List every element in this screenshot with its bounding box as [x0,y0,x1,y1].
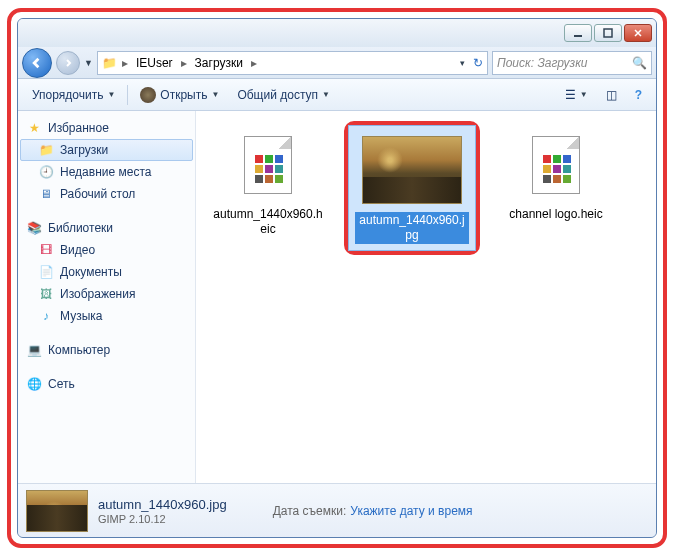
close-button[interactable] [624,24,652,42]
file-item-heic[interactable]: channel logo.heic [492,121,620,255]
documents-label: Документы [60,265,122,279]
folder-icon: 📁 [38,142,54,158]
view-options-button[interactable]: ☰▼ [557,84,596,106]
sidebar-item-network[interactable]: 🌐Сеть [20,373,193,395]
breadcrumb-user[interactable]: IEUser [132,54,177,72]
share-button[interactable]: Общий доступ▼ [229,84,338,106]
desktop-label: Рабочий стол [60,187,135,201]
open-button[interactable]: Открыть▼ [132,83,227,107]
details-filename: autumn_1440x960.jpg [98,497,227,512]
details-pane: autumn_1440x960.jpg GIMP 2.10.12 Дата съ… [18,483,656,537]
organize-button[interactable]: Упорядочить▼ [24,84,123,106]
address-bar[interactable]: 📁 ▸ IEUser ▸ Загрузки ▸ ▾ ↻ [97,51,488,75]
svg-rect-0 [574,35,582,37]
sidebar-item-videos[interactable]: 🎞Видео [20,239,193,261]
chevron-right-icon: ▸ [181,56,187,70]
sidebar-item-computer[interactable]: 💻Компьютер [20,339,193,361]
downloads-label: Загрузки [60,143,108,157]
file-list[interactable]: autumn_1440x960.heic autumn_1440x960.jpg… [196,111,656,483]
chevron-right-icon: ▸ [122,56,128,70]
share-label: Общий доступ [237,88,318,102]
chevron-down-icon: ▼ [107,90,115,99]
highlighted-selection: autumn_1440x960.jpg [344,121,480,255]
desktop-icon: 🖥 [38,186,54,202]
chevron-down-icon: ▼ [580,90,588,99]
folder-icon: 📁 [102,55,118,71]
maximize-button[interactable] [594,24,622,42]
sidebar-item-documents[interactable]: 📄Документы [20,261,193,283]
file-item-heic[interactable]: autumn_1440x960.heic [204,121,332,255]
sidebar-item-pictures[interactable]: 🖼Изображения [20,283,193,305]
search-placeholder: Поиск: Загрузки [497,56,628,70]
heic-file-icon [532,136,580,194]
details-app: GIMP 2.10.12 [98,513,227,525]
network-label: Сеть [48,377,75,391]
titlebar [18,19,656,47]
organize-label: Упорядочить [32,88,103,102]
file-label: channel logo.heic [509,207,602,222]
music-label: Музыка [60,309,102,323]
jpg-thumbnail [362,136,462,204]
computer-label: Компьютер [48,343,110,357]
favorites-label: Избранное [48,121,109,135]
forward-button[interactable] [56,51,80,75]
gimp-icon [140,87,156,103]
content-area: ★Избранное 📁Загрузки 🕘Недавние места 🖥Ра… [18,111,656,483]
sidebar-item-music[interactable]: ♪Музыка [20,305,193,327]
address-dropdown-icon[interactable]: ▾ [460,58,465,68]
chevron-right-icon: ▸ [251,56,257,70]
svg-rect-1 [604,29,612,37]
toolbar: Упорядочить▼ Открыть▼ Общий доступ▼ ☰▼ ◫… [18,79,656,111]
sidebar-item-desktop[interactable]: 🖥Рабочий стол [20,183,193,205]
navigation-pane: ★Избранное 📁Загрузки 🕘Недавние места 🖥Ра… [18,111,196,483]
back-button[interactable] [22,48,52,78]
date-taken-hint[interactable]: Укажите дату и время [350,504,472,518]
image-icon: 🖼 [38,286,54,302]
chevron-down-icon: ▼ [211,90,219,99]
pictures-label: Изображения [60,287,135,301]
star-icon: ★ [26,120,42,136]
sidebar-item-recent[interactable]: 🕘Недавние места [20,161,193,183]
video-icon: 🎞 [38,242,54,258]
heic-file-icon [244,136,292,194]
refresh-icon[interactable]: ↻ [473,56,483,70]
pane-icon: ◫ [606,88,617,102]
favorites-header[interactable]: ★Избранное [20,117,193,139]
help-button[interactable]: ? [627,84,650,106]
libraries-header[interactable]: 📚Библиотеки [20,217,193,239]
videos-label: Видео [60,243,95,257]
navigation-bar: ▼ 📁 ▸ IEUser ▸ Загрузки ▸ ▾ ↻ Поиск: Заг… [18,47,656,79]
file-label: autumn_1440x960.heic [210,207,326,237]
preview-pane-button[interactable]: ◫ [598,84,625,106]
search-box[interactable]: Поиск: Загрузки 🔍 [492,51,652,75]
computer-icon: 💻 [26,342,42,358]
recent-label: Недавние места [60,165,151,179]
separator [127,85,128,105]
search-icon: 🔍 [632,56,647,70]
help-icon: ? [635,88,642,102]
chevron-down-icon: ▼ [322,90,330,99]
recent-icon: 🕘 [38,164,54,180]
network-icon: 🌐 [26,376,42,392]
open-label: Открыть [160,88,207,102]
details-thumbnail [26,490,88,532]
libraries-label: Библиотеки [48,221,113,235]
sidebar-item-downloads[interactable]: 📁Загрузки [20,139,193,161]
file-item-jpg-selected[interactable]: autumn_1440x960.jpg [348,125,476,251]
explorer-window: ▼ 📁 ▸ IEUser ▸ Загрузки ▸ ▾ ↻ Поиск: Заг… [17,18,657,538]
minimize-button[interactable] [564,24,592,42]
breadcrumb-folder[interactable]: Загрузки [191,54,247,72]
view-icon: ☰ [565,88,576,102]
libraries-icon: 📚 [26,220,42,236]
history-dropdown-icon[interactable]: ▼ [84,58,93,68]
music-icon: ♪ [38,308,54,324]
file-label: autumn_1440x960.jpg [355,212,469,244]
date-taken-label: Дата съемки: [273,504,347,518]
document-icon: 📄 [38,264,54,280]
